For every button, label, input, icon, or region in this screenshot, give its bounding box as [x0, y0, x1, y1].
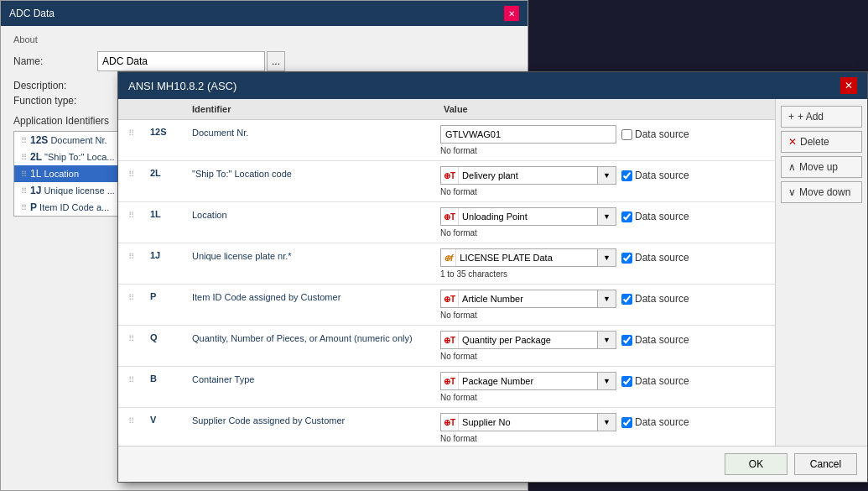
- datasource-checkbox-q[interactable]: [621, 335, 632, 346]
- row-ident-link-p[interactable]: Item ID Code assigned by Customer: [192, 292, 340, 302]
- row-ident-p: Item ID Code assigned by Customer: [185, 288, 437, 306]
- row-drag-handle[interactable]: ⠿: [118, 206, 143, 220]
- value-select-v: ⊕T Supplier No ▼: [440, 413, 616, 431]
- table-row: ⠿ B Container Type ⊕T Package Number ▼: [118, 367, 775, 408]
- datasource-checkbox-12s[interactable]: [621, 129, 632, 140]
- bg-title: ADC Data: [9, 8, 55, 19]
- row-value-1j: ⊕f LICENSE PLATE Data ▼ Data source 1 to…: [437, 247, 747, 280]
- row-ident-b: Container Type: [185, 370, 437, 389]
- bg-close-button[interactable]: ✕: [504, 6, 519, 21]
- select-arrow-1j[interactable]: ▼: [597, 249, 616, 266]
- value-input-12s[interactable]: [440, 125, 616, 144]
- row-ident-link-1l[interactable]: Location: [192, 210, 227, 220]
- name-input[interactable]: [97, 51, 265, 71]
- function-type-label: Function type:: [13, 95, 97, 107]
- select-text-b: Package Number: [459, 376, 597, 386]
- row-ident-link-12s[interactable]: Document Nr.: [192, 128, 248, 138]
- row-value-b: ⊕T Package Number ▼ Data source No forma…: [437, 370, 747, 404]
- table-rows-container[interactable]: ⠿ 12S Document Nr. Data source: [118, 120, 775, 446]
- col-header-identifier: Identifier: [185, 102, 437, 116]
- row-id-1j: 1J: [143, 247, 185, 264]
- select-text-v: Supplier No: [459, 417, 597, 427]
- row-drag-handle[interactable]: ⠿: [118, 165, 143, 179]
- add-icon: +: [788, 111, 794, 123]
- dialog-title: ANSI MH10.8.2 (ASC): [128, 80, 236, 92]
- datasource-checkbox-2l[interactable]: [621, 170, 632, 181]
- cancel-button[interactable]: Cancel: [794, 453, 857, 475]
- datasource-check-q: Data source: [621, 334, 689, 346]
- dialog-close-button[interactable]: ✕: [840, 77, 857, 94]
- row-ident-link-b[interactable]: Container Type: [192, 374, 254, 384]
- table-row: ⠿ Q Quantity, Number of Pieces, or Amoun…: [118, 326, 775, 367]
- select-arrow-1l[interactable]: ▼: [597, 208, 616, 225]
- select-arrow-2l[interactable]: ▼: [597, 167, 616, 184]
- row-id-p: P: [143, 288, 185, 305]
- row-ident-12s: Document Nr.: [185, 123, 437, 142]
- format-text-1j: 1 to 35 characters: [440, 269, 744, 279]
- delete-button[interactable]: ✕ Delete: [781, 131, 862, 153]
- name-clear-button[interactable]: ...: [267, 51, 285, 71]
- row-drag-handle[interactable]: ⠿: [118, 123, 143, 138]
- select-text-2l: Delivery plant: [459, 170, 597, 180]
- select-arrow-p[interactable]: ▼: [597, 290, 616, 307]
- select-text-p: Article Number: [459, 294, 597, 304]
- select-arrow-b[interactable]: ▼: [597, 373, 616, 389]
- select-text-q: Quantity per Package: [459, 335, 597, 345]
- move-up-label: Move up: [799, 161, 838, 173]
- datasource-checkbox-v[interactable]: [621, 417, 632, 428]
- format-text-p: No format: [440, 311, 744, 320]
- value-select-b: ⊕T Package Number ▼: [440, 372, 616, 390]
- row-id-12s: 12S: [143, 123, 185, 140]
- row-drag-handle[interactable]: ⠿: [118, 370, 143, 384]
- select-icon-1l: ⊕T: [441, 208, 459, 225]
- select-arrow-q[interactable]: ▼: [597, 332, 616, 348]
- datasource-check-12s: Data source: [621, 128, 689, 140]
- move-down-label: Move down: [799, 186, 850, 198]
- right-sidebar: + + Add ✕ Delete ∧ Move up ∨ Move down: [775, 99, 867, 446]
- datasource-check-p: Data source: [621, 293, 689, 305]
- row-drag-handle[interactable]: ⠿: [118, 411, 143, 426]
- datasource-checkbox-1l[interactable]: [621, 212, 632, 222]
- row-value-12s: Data source No format: [437, 123, 747, 157]
- value-select-1l: ⊕T Unloading Point ▼: [440, 207, 616, 226]
- row-value-2l: ⊕T Delivery plant ▼ Data source No forma…: [437, 165, 747, 198]
- value-select-1j: ⊕f LICENSE PLATE Data ▼: [440, 248, 616, 267]
- select-icon-2l: ⊕T: [441, 167, 459, 184]
- table-area: Identifier Value ⠿ 12S Document Nr.: [118, 99, 775, 446]
- format-text-q: No format: [440, 352, 744, 361]
- datasource-checkbox-p[interactable]: [621, 294, 632, 305]
- move-up-button[interactable]: ∧ Move up: [781, 156, 862, 178]
- description-label: Description:: [13, 80, 97, 91]
- select-icon-q: ⊕T: [441, 332, 459, 348]
- move-up-icon: ∧: [788, 161, 796, 173]
- move-down-button[interactable]: ∨ Move down: [781, 181, 862, 203]
- row-ident-link-2l[interactable]: "Ship To:" Location code: [192, 169, 292, 179]
- row-drag-handle[interactable]: ⠿: [118, 329, 143, 343]
- value-select-q: ⊕T Quantity per Package ▼: [440, 331, 616, 349]
- row-drag-handle[interactable]: ⠿: [118, 247, 143, 261]
- table-row: ⠿ P Item ID Code assigned by Customer ⊕T…: [118, 285, 775, 326]
- row-ident-link-1j[interactable]: Unique license plate nr.*: [192, 251, 292, 261]
- datasource-check-v: Data source: [621, 416, 689, 428]
- select-icon-p: ⊕T: [441, 290, 459, 307]
- row-id-q: Q: [143, 329, 185, 346]
- row-id-b: B: [143, 370, 185, 387]
- select-icon-v: ⊕T: [441, 414, 459, 431]
- row-value-q: ⊕T Quantity per Package ▼ Data source No…: [437, 329, 747, 363]
- datasource-check-b: Data source: [621, 375, 689, 387]
- add-button[interactable]: + + Add: [781, 106, 862, 128]
- row-ident-q: Quantity, Number of Pieces, or Amount (n…: [185, 329, 437, 347]
- datasource-check-1j: Data source: [621, 252, 689, 264]
- table-row: ⠿ 1J Unique license plate nr.* ⊕f LICENS…: [118, 243, 775, 285]
- format-text-1l: No format: [440, 228, 744, 238]
- dialog-body: Identifier Value ⠿ 12S Document Nr.: [118, 99, 867, 446]
- row-ident-link-q[interactable]: Quantity, Number of Pieces, or Amount (n…: [192, 333, 413, 343]
- row-ident-link-v[interactable]: Supplier Code assigned by Customer: [192, 415, 345, 426]
- datasource-checkbox-b[interactable]: [621, 376, 632, 387]
- datasource-checkbox-1j[interactable]: [621, 253, 632, 264]
- ok-button[interactable]: OK: [725, 453, 787, 475]
- select-icon-1j: ⊕f: [441, 249, 456, 266]
- select-arrow-v[interactable]: ▼: [597, 414, 616, 431]
- bg-title-bar: ADC Data ✕: [1, 1, 528, 26]
- row-drag-handle[interactable]: ⠿: [118, 288, 143, 302]
